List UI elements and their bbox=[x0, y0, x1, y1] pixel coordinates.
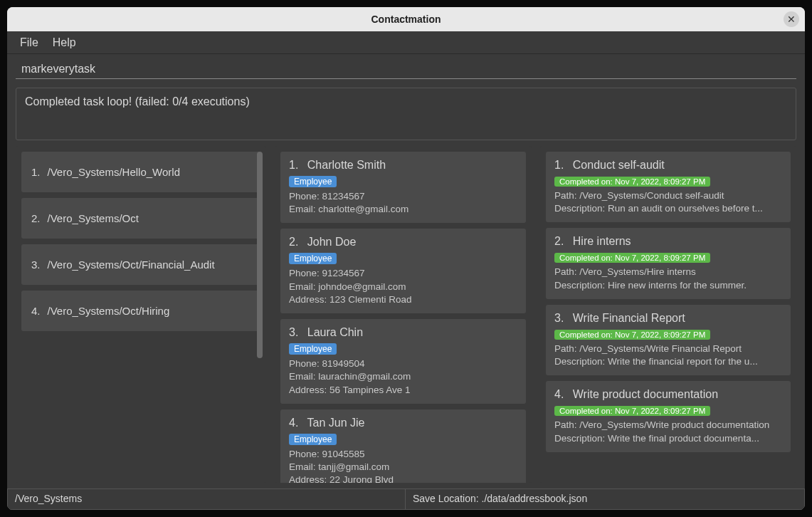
menu-file[interactable]: File bbox=[20, 36, 38, 49]
main-columns: 1. /Vero_Systems/Hello_World 2. /Vero_Sy… bbox=[7, 146, 805, 489]
contact-idx: 3. bbox=[289, 326, 298, 338]
close-button[interactable]: ✕ bbox=[784, 11, 799, 27]
employee-tag: Employee bbox=[289, 176, 337, 187]
task-desc: Description: Hire new interns for the su… bbox=[554, 279, 782, 292]
employee-tag: Employee bbox=[289, 343, 337, 355]
contact-name: Tan Jun Jie bbox=[307, 417, 365, 429]
completed-tag: Completed on: Nov 7, 2022, 8:09:27 PM bbox=[554, 253, 710, 263]
status-save-location: Save Location: ./data/addressbook.json bbox=[406, 489, 805, 510]
contact-item[interactable]: 3. Laura Chin Employee Phone: 81949504 E… bbox=[280, 319, 526, 404]
group-item[interactable]: 4. /Vero_Systems/Oct/Hiring bbox=[21, 291, 260, 331]
task-idx: 3. bbox=[554, 312, 564, 324]
contact-name: John Doe bbox=[307, 236, 357, 248]
contact-idx: 1. bbox=[289, 159, 298, 171]
task-idx: 2. bbox=[554, 235, 564, 247]
contact-phone: Phone: 81949504 bbox=[289, 357, 517, 370]
app-window: Contactmation ✕ File Help Completed task… bbox=[7, 7, 805, 510]
task-desc: Description: Write the financial report … bbox=[554, 355, 782, 368]
groups-panel[interactable]: 1. /Vero_Systems/Hello_World 2. /Vero_Sy… bbox=[16, 146, 266, 483]
task-path: Path: /Vero_Systems/Write Financial Repo… bbox=[554, 343, 782, 355]
contact-header: 1. Charlotte Smith bbox=[289, 159, 517, 172]
tasks-panel[interactable]: 1. Conduct self-audit Completed on: Nov … bbox=[540, 146, 796, 483]
task-path: Path: /Vero_Systems/Conduct self-audit bbox=[554, 189, 782, 202]
status-bar: /Vero_Systems Save Location: ./data/addr… bbox=[7, 489, 805, 510]
task-desc: Description: Write the final product doc… bbox=[554, 432, 782, 445]
contact-idx: 4. bbox=[289, 417, 298, 429]
completed-tag: Completed on: Nov 7, 2022, 8:09:27 PM bbox=[554, 406, 710, 416]
contact-address: Address: 56 Tampines Ave 1 bbox=[289, 384, 517, 397]
contact-item[interactable]: 2. John Doe Employee Phone: 91234567 Ema… bbox=[280, 229, 526, 313]
task-header: 4. Write product documentation bbox=[554, 388, 782, 401]
completed-tag: Completed on: Nov 7, 2022, 8:09:27 PM bbox=[554, 330, 710, 340]
group-idx: 4. bbox=[31, 305, 41, 317]
contact-phone: Phone: 81234567 bbox=[289, 190, 517, 203]
group-label: /Vero_Systems/Oct/Financial_Audit bbox=[48, 258, 215, 271]
output-box: Completed task loop! (failed: 0/4 execut… bbox=[16, 88, 796, 140]
group-label: /Vero_Systems/Oct/Hiring bbox=[48, 305, 170, 317]
task-item[interactable]: 3. Write Financial Report Completed on: … bbox=[546, 305, 791, 375]
contacts-panel[interactable]: 1. Charlotte Smith Employee Phone: 81234… bbox=[275, 146, 532, 483]
employee-tag: Employee bbox=[289, 434, 337, 445]
task-idx: 4. bbox=[554, 388, 564, 400]
task-item[interactable]: 2. Hire interns Completed on: Nov 7, 202… bbox=[546, 228, 791, 298]
task-item[interactable]: 1. Conduct self-audit Completed on: Nov … bbox=[546, 152, 791, 222]
contact-phone: Phone: 91234567 bbox=[289, 267, 517, 280]
contact-header: 2. John Doe bbox=[289, 236, 517, 249]
task-header: 3. Write Financial Report bbox=[554, 312, 782, 325]
command-input-wrap bbox=[7, 54, 805, 83]
contact-address: Address: 123 Clementi Road bbox=[289, 293, 517, 306]
group-item[interactable]: 3. /Vero_Systems/Oct/Financial_Audit bbox=[21, 244, 260, 285]
task-name: Hire interns bbox=[573, 235, 631, 247]
window-title: Contactmation bbox=[371, 14, 441, 25]
contact-email: Email: johndoe@gmail.com bbox=[289, 281, 517, 293]
menu-help[interactable]: Help bbox=[53, 36, 76, 49]
contact-name: Laura Chin bbox=[307, 326, 363, 338]
task-name: Write Financial Report bbox=[573, 312, 685, 324]
employee-tag: Employee bbox=[289, 253, 337, 264]
group-item[interactable]: 2. /Vero_Systems/Oct bbox=[21, 198, 260, 239]
group-idx: 3. bbox=[31, 258, 41, 271]
title-bar: Contactmation ✕ bbox=[7, 7, 805, 31]
group-item[interactable]: 1. /Vero_Systems/Hello_World bbox=[21, 152, 260, 192]
contact-item[interactable]: 1. Charlotte Smith Employee Phone: 81234… bbox=[280, 152, 526, 223]
group-label: /Vero_Systems/Hello_World bbox=[48, 166, 180, 178]
contact-header: 4. Tan Jun Jie bbox=[289, 417, 517, 429]
task-desc: Description: Run an audit on ourselves b… bbox=[554, 202, 782, 215]
task-path: Path: /Vero_Systems/Write product docume… bbox=[554, 419, 782, 432]
contact-phone: Phone: 91045585 bbox=[289, 448, 517, 461]
task-header: 1. Conduct self-audit bbox=[554, 159, 782, 172]
contact-header: 3. Laura Chin bbox=[289, 326, 517, 339]
group-label: /Vero_Systems/Oct bbox=[48, 212, 139, 224]
contact-idx: 2. bbox=[289, 236, 298, 248]
contact-address: Address: 22 Jurong Blvd bbox=[289, 474, 517, 483]
command-input[interactable] bbox=[16, 60, 796, 79]
task-header: 2. Hire interns bbox=[554, 235, 782, 248]
task-name: Write product documentation bbox=[573, 388, 718, 400]
app-body: File Help Completed task loop! (failed: … bbox=[7, 31, 805, 510]
task-item[interactable]: 4. Write product documentation Completed… bbox=[546, 381, 791, 451]
task-path: Path: /Vero_Systems/Hire interns bbox=[554, 266, 782, 278]
task-name: Conduct self-audit bbox=[573, 159, 665, 171]
contact-item[interactable]: 4. Tan Jun Jie Employee Phone: 91045585 … bbox=[280, 409, 526, 483]
menu-bar: File Help bbox=[7, 31, 805, 54]
group-idx: 1. bbox=[31, 166, 41, 178]
contact-email: Email: laurachin@gmail.com bbox=[289, 370, 517, 383]
task-idx: 1. bbox=[554, 159, 564, 171]
status-path: /Vero_Systems bbox=[7, 489, 406, 510]
contact-email: Email: charlotte@gmail.com bbox=[289, 203, 517, 216]
scrollbar[interactable] bbox=[257, 152, 263, 358]
contact-name: Charlotte Smith bbox=[307, 159, 386, 171]
output-message: Completed task loop! (failed: 0/4 execut… bbox=[25, 95, 250, 108]
contact-email: Email: tanjj@gmail.com bbox=[289, 461, 517, 474]
group-idx: 2. bbox=[31, 212, 41, 224]
close-icon: ✕ bbox=[787, 14, 796, 25]
completed-tag: Completed on: Nov 7, 2022, 8:09:27 PM bbox=[554, 177, 710, 187]
